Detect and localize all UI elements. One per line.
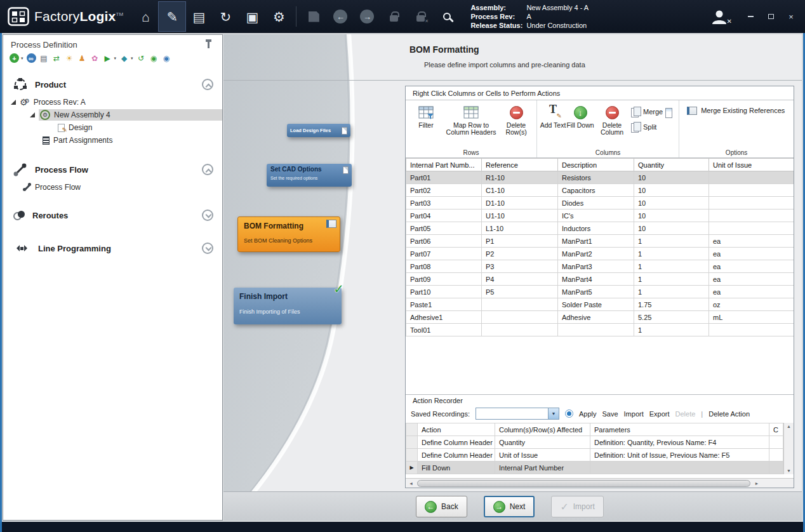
grid-cell[interactable]: Part01 bbox=[406, 171, 482, 184]
grid-cell[interactable]: 10 bbox=[634, 171, 709, 184]
apply-radio[interactable] bbox=[565, 409, 573, 418]
grid-cell[interactable]: Part07 bbox=[406, 248, 482, 260]
scrollbar-thumb[interactable] bbox=[417, 480, 750, 487]
expander-icon[interactable] bbox=[11, 100, 16, 105]
delete-rows-button[interactable]: Delete Row(s) bbox=[498, 104, 534, 147]
grid-cell[interactable]: P2 bbox=[482, 248, 558, 260]
grid-cell[interactable]: 1 bbox=[634, 260, 709, 273]
tree-item-process-flow[interactable]: Process Flow bbox=[3, 181, 222, 194]
table-row[interactable]: Part05L1-10Inductors10 bbox=[406, 222, 794, 235]
close-button[interactable]: × bbox=[786, 11, 796, 22]
grid-cell[interactable]: 10 bbox=[634, 209, 709, 222]
split-button[interactable]: Split bbox=[631, 122, 663, 132]
workflow-node-load-design-files[interactable]: Load Design Files bbox=[287, 124, 350, 137]
grid-cell[interactable]: 1 bbox=[634, 248, 709, 260]
grid-cell[interactable]: ManPart4 bbox=[558, 273, 634, 286]
grid-cell[interactable]: oz bbox=[709, 298, 794, 311]
tree-item-new-assembly[interactable]: New Assembly 4 bbox=[3, 109, 222, 121]
grid-cell[interactable]: 1 bbox=[634, 286, 709, 298]
home-button[interactable]: ⌂ bbox=[132, 2, 159, 31]
back-button[interactable]: ← Back bbox=[416, 496, 467, 517]
undo-icon[interactable]: ↺ bbox=[136, 53, 146, 63]
grid-cell[interactable] bbox=[709, 209, 794, 222]
record-icon[interactable]: ◉ bbox=[149, 53, 159, 63]
table-row[interactable]: Part01R1-10Resistors10 bbox=[406, 171, 794, 184]
grid-cell[interactable]: Tool01 bbox=[406, 324, 482, 336]
grid-cell[interactable]: Paste1 bbox=[406, 298, 482, 311]
table-row[interactable]: ▶Fill DownInternal Part Number bbox=[406, 462, 783, 474]
horizontal-scrollbar[interactable]: ◄ ► bbox=[406, 478, 794, 488]
map-row-to-column-headers-button[interactable]: Map Row to Column Headers bbox=[444, 104, 498, 147]
grid-cell[interactable]: Adhesive1 bbox=[406, 311, 482, 324]
column-header[interactable]: Parameters bbox=[590, 423, 769, 436]
flower-icon[interactable]: ✿ bbox=[90, 53, 100, 63]
grid-cell[interactable]: Part10 bbox=[406, 286, 482, 298]
grid-cell[interactable]: P3 bbox=[482, 260, 558, 273]
package-icon[interactable]: ◆ bbox=[119, 53, 129, 63]
grid-cell[interactable] bbox=[709, 171, 794, 184]
grid-cell[interactable]: ManPart3 bbox=[558, 260, 634, 273]
grid-cell[interactable]: ManPart2 bbox=[558, 248, 634, 260]
table-row[interactable]: Part07P2ManPart21ea bbox=[406, 248, 794, 260]
table-row[interactable]: Part02C1-10Capacitors10 bbox=[406, 184, 794, 197]
process-definition-button[interactable]: ✎ bbox=[159, 2, 185, 31]
next-button[interactable]: → Next bbox=[484, 496, 535, 517]
delete-action-button[interactable]: Delete Action bbox=[709, 410, 750, 418]
grid-cell[interactable]: Unit of Issue bbox=[495, 449, 590, 462]
grid-cell[interactable]: R1-10 bbox=[482, 171, 558, 184]
grid-cell[interactable]: Definition: Unit of Issue, Previous Name… bbox=[590, 449, 769, 462]
grid-cell[interactable]: ea bbox=[709, 260, 794, 273]
vertical-scrollbar[interactable]: ▲ ▼ bbox=[783, 423, 794, 474]
save-button[interactable] bbox=[300, 2, 327, 31]
grid-cell[interactable] bbox=[769, 462, 783, 474]
fill-down-button[interactable]: ↓ Fill Down bbox=[566, 104, 594, 147]
grid-cell[interactable]: mL bbox=[709, 311, 794, 324]
logoff-user-button[interactable]: ✕ bbox=[711, 9, 728, 24]
table-row[interactable]: Define Column HeaderUnit of IssueDefinit… bbox=[406, 449, 783, 462]
column-header[interactable]: Quantity bbox=[634, 159, 709, 171]
workflow-node-finish-import[interactable]: Finish Import Finish Importing of Files … bbox=[234, 288, 342, 324]
selected-tree-item[interactable]: New Assembly 4 bbox=[39, 109, 222, 121]
export-recording-button[interactable]: Export bbox=[649, 410, 670, 418]
delete-recording-button[interactable]: Delete bbox=[675, 410, 696, 418]
scroll-right-icon[interactable]: ► bbox=[751, 481, 762, 486]
column-header[interactable]: Internal Part Numb... bbox=[406, 159, 482, 171]
table-row[interactable]: Part10P5ManPart51ea bbox=[406, 286, 794, 298]
grid-cell[interactable] bbox=[590, 462, 769, 474]
grid-cell[interactable]: P4 bbox=[482, 273, 558, 286]
workflow-node-bom-formatting[interactable]: BOM Formatting Set BOM Cleaning Options bbox=[237, 216, 340, 252]
tree-item-design[interactable]: Design bbox=[3, 121, 222, 134]
dropdown-arrow-icon[interactable]: ▾ bbox=[21, 56, 23, 61]
bulb-icon[interactable]: ☀ bbox=[65, 53, 74, 63]
materials-button[interactable]: ▤ bbox=[185, 2, 212, 31]
scroll-down-icon[interactable]: ▼ bbox=[787, 469, 791, 473]
table-row[interactable]: Part06P1ManPart11ea bbox=[406, 235, 794, 248]
grid-cell[interactable] bbox=[709, 184, 794, 197]
grid-cell[interactable]: IC's bbox=[558, 209, 634, 222]
grid-cell[interactable]: 10 bbox=[634, 184, 709, 197]
grid-cell[interactable]: Solder Paste bbox=[558, 298, 634, 311]
chevron-down-icon[interactable]: ▼ bbox=[548, 408, 559, 419]
grid-cell[interactable]: 10 bbox=[634, 222, 709, 235]
tree-item-process-rev[interactable]: Process Rev: A bbox=[3, 96, 222, 109]
save-recording-button[interactable]: Save bbox=[602, 410, 618, 418]
scroll-left-icon[interactable]: ◄ bbox=[406, 481, 416, 486]
grid-cell[interactable] bbox=[482, 298, 558, 311]
table-row[interactable]: Adhesive1Adhesive5.25mL bbox=[406, 311, 794, 324]
expand-down-icon[interactable] bbox=[202, 243, 213, 254]
merge-button[interactable]: Merge bbox=[631, 107, 663, 117]
filter-button[interactable]: Filter bbox=[408, 104, 444, 147]
grid-cell[interactable]: Resistors bbox=[558, 171, 634, 184]
grid-cell[interactable]: ea bbox=[709, 273, 794, 286]
settings-button[interactable]: ⚙ bbox=[265, 2, 292, 31]
table-row[interactable]: Define Column HeaderQuantityDefinition: … bbox=[406, 436, 783, 449]
grid-cell[interactable] bbox=[482, 324, 558, 336]
column-header[interactable]: C bbox=[769, 423, 783, 436]
grid-cell[interactable] bbox=[769, 436, 783, 449]
grid-cell[interactable]: Capacitors bbox=[558, 184, 634, 197]
minimize-button[interactable] bbox=[745, 11, 755, 22]
dropdown-arrow-icon[interactable]: ▾ bbox=[114, 56, 117, 61]
grid-cell[interactable]: ea bbox=[709, 286, 794, 298]
search-button[interactable] bbox=[434, 2, 460, 31]
grid-cell[interactable]: P1 bbox=[482, 235, 558, 248]
